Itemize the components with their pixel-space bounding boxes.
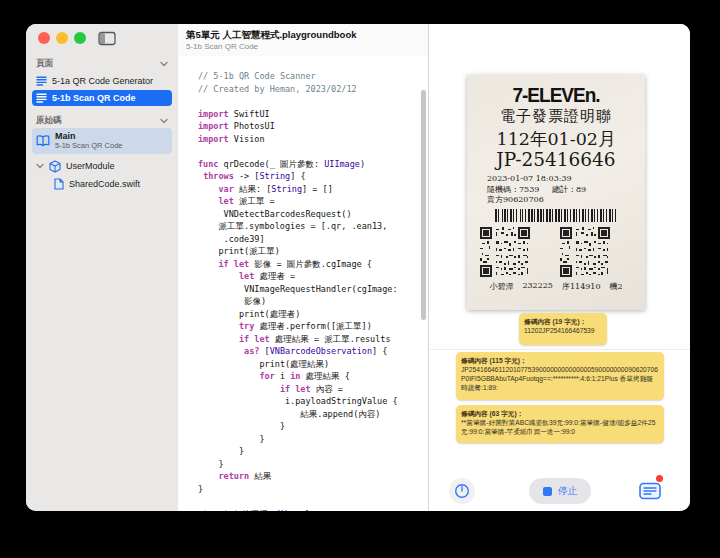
receipt-period: 112年01-02月: [467, 127, 645, 149]
sidebar-item-label: UserModule: [66, 161, 115, 171]
receipt-random: 隨機碼：7539: [487, 185, 539, 194]
sidebar-item-main[interactable]: Main 5-1b Scan QR Code: [32, 128, 172, 154]
console-icon: [639, 482, 661, 500]
gauge-icon: [454, 483, 470, 499]
sidebar-item-sublabel: 5-1b Scan QR Code: [55, 141, 123, 151]
barcode-result-note-2: 條碼內容 (115 字元)： JP25416646112010775390000…: [456, 352, 664, 400]
sidebar-item-label: SharedCode.swift: [69, 179, 140, 189]
editor-scrollbar[interactable]: [421, 90, 426, 320]
stop-button-label: 停止: [558, 485, 577, 498]
sidebar-item-label: Main: [55, 131, 123, 141]
console-log-button[interactable]: [638, 480, 662, 501]
note-content: 11202JP254166467539: [524, 327, 595, 334]
cube-icon: [49, 160, 61, 173]
receipt-invoice-number: JP-25416646: [467, 149, 645, 174]
receipt-seller: 賣方90620706: [467, 195, 645, 206]
minimize-window-button[interactable]: [56, 32, 68, 44]
note-title: 條碼內容 (63 字元)：: [461, 409, 659, 418]
receipt-datetime: 2023-01-07 18:03:39: [467, 174, 645, 185]
note-content: **當筆購-好菌對策ABC纖姿飲39元:99:0:當筆購-健達/能多益2件25元…: [461, 419, 655, 435]
document-title: 第5單元 人工智慧程式.playgroundbook: [186, 29, 356, 42]
receipt-store: 小碧潭: [489, 281, 513, 292]
sidebar-item-sharedcode-swift[interactable]: SharedCode.swift: [32, 176, 172, 192]
pages-section-label: 頁面: [36, 58, 53, 70]
note-content: JP25416646112010775390000000000000059000…: [461, 366, 658, 391]
document-subtitle: 5-1b Scan QR Code: [186, 42, 258, 51]
sidebar-item-5-1b-scan-qr-code[interactable]: 5-1b Scan QR Code: [32, 90, 172, 106]
code-editor[interactable]: // 5-1b QR Code Scanner// Created by Hem…: [178, 56, 428, 511]
barcode-result-note-1: 條碼內容 (19 字元)： 11202JP254166467539: [519, 313, 607, 345]
results-divider: [430, 349, 690, 350]
zoom-window-button[interactable]: [74, 32, 86, 44]
receipt-machine: 機2: [610, 281, 623, 292]
note-title: 條碼內容 (115 字元)：: [461, 356, 659, 365]
console-notification-badge: [656, 475, 663, 482]
receipt-total: 總計：89: [552, 185, 586, 194]
receipt-photo: 7-ELEVEn. 電子發票證明聯 112年01-02月 JP-25416646…: [467, 75, 645, 310]
note-title: 條碼內容 (19 字元)：: [524, 317, 602, 326]
stop-square-icon: [543, 487, 552, 496]
book-icon: [36, 135, 50, 147]
disclosure-chevron-icon[interactable]: [36, 163, 44, 169]
performance-gauge-button[interactable]: [449, 478, 475, 504]
swift-file-icon: [54, 178, 64, 190]
sidebar-section-pages: 頁面: [36, 57, 168, 70]
sidebar-item-label: 5-1b Scan QR Code: [52, 93, 136, 103]
close-window-button[interactable]: [38, 32, 50, 44]
sidebar-item-5-1a-qr-code-generator[interactable]: 5-1a QR Code Generator: [32, 73, 172, 89]
code-content: // 5-1b QR Code Scanner// Created by Hem…: [198, 70, 418, 511]
barcode-1d: [495, 209, 617, 222]
barcode-result-note-3: 條碼內容 (63 字元)： **當筆購-好菌對策ABC纖姿飲39元:99:0:當…: [456, 405, 664, 443]
receipt-random-total: 隨機碼：7539 總計：89: [467, 185, 645, 196]
receipt-footer: 小碧潭 232225 序114910 機2: [467, 281, 645, 292]
source-section-label: 原始碼: [36, 115, 62, 127]
live-preview-pane: 7-ELEVEn. 電子發票證明聯 112年01-02月 JP-25416646…: [428, 24, 690, 511]
playgrounds-window: 頁面 5-1a QR Code Generator 5-1b Scan QR C…: [26, 24, 690, 511]
chevron-down-icon[interactable]: [160, 61, 168, 67]
qr-code-left: [480, 227, 530, 277]
page-lines-icon: [36, 76, 47, 86]
seven-eleven-logo: 7-ELEVEn.: [467, 84, 645, 107]
sidebar-section-source: 原始碼: [36, 114, 168, 127]
receipt-title: 電子發票證明聯: [467, 107, 645, 127]
sidebar-item-usermodule[interactable]: UserModule: [32, 158, 172, 174]
sidebar: 頁面 5-1a QR Code Generator 5-1b Scan QR C…: [26, 24, 179, 511]
qr-code-right: [560, 227, 610, 277]
qr-codes: [467, 227, 645, 277]
sidebar-item-label: 5-1a QR Code Generator: [52, 76, 153, 86]
page-lines-icon: [36, 93, 47, 103]
chevron-down-icon[interactable]: [160, 118, 168, 124]
sidebar-toggle-button[interactable]: [98, 31, 116, 46]
stop-button[interactable]: 停止: [529, 478, 591, 504]
receipt-serial: 序114910: [562, 281, 601, 292]
receipt-pos-number: 232225: [522, 281, 553, 292]
